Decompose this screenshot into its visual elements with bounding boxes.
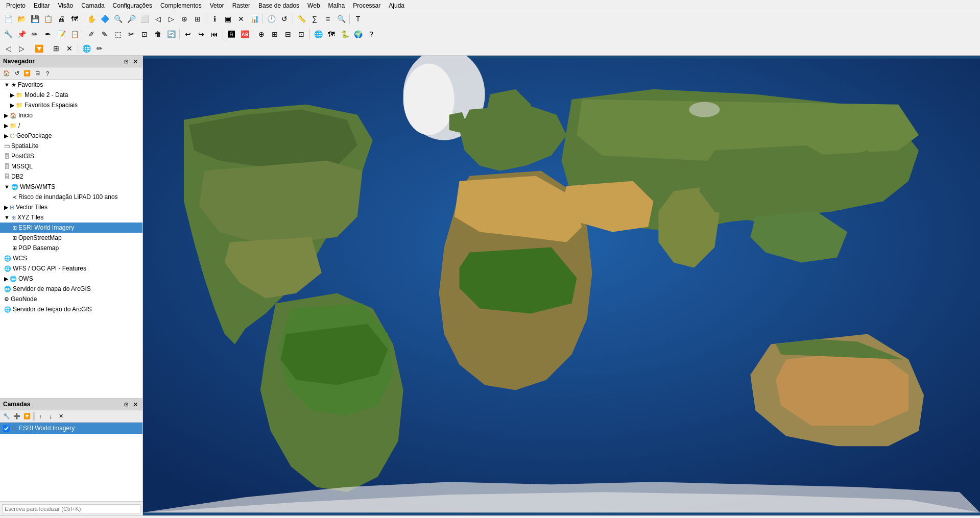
tree-osm[interactable]: ⊞ OpenStreetMap xyxy=(0,233,142,243)
tb-search[interactable]: 🔍 xyxy=(335,13,347,25)
tree-mssql[interactable]: 🗄 MSSQL xyxy=(0,161,142,171)
tb-measure[interactable]: 📏 xyxy=(295,13,307,25)
tb-zoom-layer[interactable]: ⊞ xyxy=(192,13,204,25)
tree-arcgis-feat[interactable]: 🌐 Servidor de feição do ArcGIS xyxy=(0,304,142,314)
tb-identify[interactable]: ℹ xyxy=(208,13,221,25)
search-input[interactable] xyxy=(2,504,140,513)
nav-float-icon[interactable]: ⊡ xyxy=(122,57,130,65)
tb-calc[interactable]: ≡ xyxy=(322,13,334,25)
layers-filter-btn[interactable]: 🔽 xyxy=(22,412,32,421)
tb2-2[interactable]: 📌 xyxy=(15,28,28,40)
tb-print[interactable]: 🖨 xyxy=(55,13,67,25)
tb-attr-table[interactable]: 📊 xyxy=(248,13,260,25)
menu-visao[interactable]: Visão xyxy=(54,1,77,10)
menu-configuracoes[interactable]: Configurações xyxy=(109,1,156,10)
tb-zoom-next[interactable]: ▷ xyxy=(165,13,177,25)
tb2-16[interactable]: ⏮ xyxy=(208,28,221,40)
tb-save[interactable]: 💾 xyxy=(29,13,41,25)
tb2-5[interactable]: 📝 xyxy=(55,28,67,40)
tb-save-as[interactable]: 📋 xyxy=(42,13,54,25)
tb2-10[interactable]: ✂ xyxy=(125,28,137,40)
layers-down-btn[interactable]: ↓ xyxy=(46,412,55,421)
tb2-11[interactable]: ⊡ xyxy=(138,28,151,40)
layer-esri[interactable]: ⊞ ESRI World Imagery xyxy=(0,423,142,434)
tb-deselect[interactable]: ✕ xyxy=(235,13,247,25)
tb3-4[interactable]: ⊞ xyxy=(50,42,62,55)
tb2-13[interactable]: 🔄 xyxy=(165,28,177,40)
layers-float-icon[interactable]: ⊡ xyxy=(122,400,130,408)
tb-zoom-out[interactable]: 🔎 xyxy=(125,13,137,25)
tb3-1[interactable]: ◁ xyxy=(2,42,14,55)
tb-zoom-in[interactable]: 🔍 xyxy=(112,13,124,25)
nav-refresh-btn[interactable]: ↺ xyxy=(12,69,21,78)
tree-arcgis-map[interactable]: 🌐 Servidor de mapa do ArcGIS xyxy=(0,284,142,294)
tb2-20[interactable]: ⊞ xyxy=(269,28,281,40)
tb3-2[interactable]: ▷ xyxy=(15,42,28,55)
tree-fav-espaciais[interactable]: ▶ 📁 Favoritos Espaciais xyxy=(0,100,142,110)
tb2-4[interactable]: ✒ xyxy=(42,28,54,40)
tb2-18[interactable]: 🆎 xyxy=(238,28,251,40)
menu-vetor[interactable]: Vetor xyxy=(206,1,228,10)
tb-open[interactable]: 📂 xyxy=(15,13,28,25)
menu-processar[interactable]: Processar xyxy=(349,1,385,10)
tb2-14[interactable]: ↩ xyxy=(182,28,194,40)
tree-inicio[interactable]: ▶ 🏠 Inicio xyxy=(0,110,142,120)
tree-postgis[interactable]: 🗄 PostGIS xyxy=(0,151,142,161)
tree-geopackage[interactable]: ▶ ⬡ GeoPackage xyxy=(0,131,142,141)
nav-help-btn[interactable]: ? xyxy=(43,69,52,78)
tree-module2[interactable]: ▶ 📁 Module 2 - Data xyxy=(0,90,142,100)
tb2-8[interactable]: ✎ xyxy=(99,28,111,40)
tb-rubber[interactable]: ⬜ xyxy=(138,13,151,25)
menu-malha[interactable]: Malha xyxy=(324,1,349,10)
map-area[interactable] xyxy=(143,56,980,515)
tb2-24[interactable]: 🗺 xyxy=(325,28,338,40)
menu-editar[interactable]: Editar xyxy=(30,1,54,10)
tb3-5[interactable]: ✕ xyxy=(63,42,76,55)
tb2-17[interactable]: 🅰 xyxy=(225,28,237,40)
tb-zoom-prev[interactable]: ◁ xyxy=(152,13,164,25)
tb-refresh[interactable]: ↺ xyxy=(278,13,291,25)
tree-ows[interactable]: ▶ 🌐 OWS xyxy=(0,274,142,284)
layers-close-icon[interactable]: ✕ xyxy=(131,400,139,408)
tree-xyztiles[interactable]: ▼ ⊞ XYZ Tiles xyxy=(0,212,142,223)
tb2-6[interactable]: 📋 xyxy=(68,28,81,40)
menu-raster[interactable]: Raster xyxy=(228,1,254,10)
menu-camada[interactable]: Camada xyxy=(77,1,108,10)
tb-new[interactable]: 📄 xyxy=(2,13,14,25)
tb3-3[interactable]: 🔽 xyxy=(29,42,49,55)
menu-complementos[interactable]: Complementos xyxy=(156,1,206,10)
tree-risco[interactable]: ≺ Risco de inundação LiPAD 100 anos xyxy=(0,192,142,202)
tb2-26[interactable]: 🌍 xyxy=(352,28,364,40)
nav-collapse-btn[interactable]: ⊟ xyxy=(33,69,42,78)
tb2-19[interactable]: ⊕ xyxy=(255,28,268,40)
tb-stats[interactable]: ∑ xyxy=(308,13,321,25)
tb2-23[interactable]: 🌐 xyxy=(312,28,324,40)
nav-close-icon[interactable]: ✕ xyxy=(131,57,139,65)
tb2-25[interactable]: 🐍 xyxy=(339,28,351,40)
tree-pgp[interactable]: ⊞ PGP Basemap xyxy=(0,243,142,253)
tree-geonode[interactable]: ⚙ GeoNode xyxy=(0,294,142,304)
tree-vectortiles[interactable]: ▶ ⊞ Vector Tiles xyxy=(0,202,142,212)
tb2-7[interactable]: ✐ xyxy=(85,28,98,40)
layers-up-btn[interactable]: ↑ xyxy=(36,412,45,421)
tb2-9[interactable]: ⬚ xyxy=(112,28,124,40)
tb-pan2[interactable]: 🔷 xyxy=(99,13,111,25)
tb2-1[interactable]: 🔧 xyxy=(2,28,14,40)
layers-remove-btn[interactable]: ✕ xyxy=(56,412,65,421)
tree-spatialite[interactable]: 🗃 SpatiaLite xyxy=(0,141,142,151)
nav-filter-btn[interactable]: 🔽 xyxy=(22,69,32,78)
tb2-21[interactable]: ⊟ xyxy=(282,28,294,40)
layer-esri-checkbox[interactable] xyxy=(3,425,10,432)
tb2-27[interactable]: ? xyxy=(365,28,377,40)
menu-base-dados[interactable]: Base de dados xyxy=(254,1,303,10)
tb-select-rect[interactable]: ▣ xyxy=(222,13,234,25)
tb3-geo[interactable]: 🌐 xyxy=(80,42,92,55)
tb2-22[interactable]: ⊡ xyxy=(295,28,307,40)
tb-compose[interactable]: 🗺 xyxy=(68,13,81,25)
tb2-12[interactable]: 🗑 xyxy=(152,28,164,40)
tree-wmswmts[interactable]: ▼ 🌐 WMS/WMTS xyxy=(0,182,142,192)
tree-db2[interactable]: 🗄 DB2 xyxy=(0,171,142,182)
tb2-3[interactable]: ✏ xyxy=(29,28,41,40)
tb3-edit[interactable]: ✏ xyxy=(93,42,106,55)
tb-pan[interactable]: ✋ xyxy=(85,13,98,25)
